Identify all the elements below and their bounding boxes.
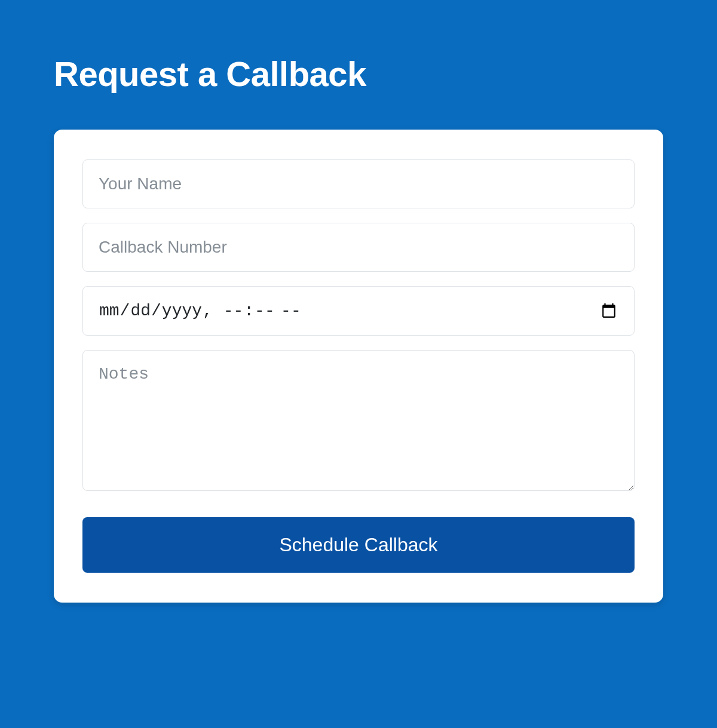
callback-number-field-group [82, 223, 635, 272]
notes-field-group [82, 350, 635, 493]
name-field-group [82, 159, 635, 208]
name-input[interactable] [82, 159, 635, 208]
datetime-field-group [82, 286, 635, 336]
schedule-callback-button[interactable]: Schedule Callback [82, 517, 635, 573]
callback-form-card: Schedule Callback [54, 130, 663, 603]
notes-textarea[interactable] [82, 350, 635, 491]
page-title: Request a Callback [54, 54, 663, 94]
callback-number-input[interactable] [82, 223, 635, 272]
datetime-input[interactable] [82, 286, 635, 336]
